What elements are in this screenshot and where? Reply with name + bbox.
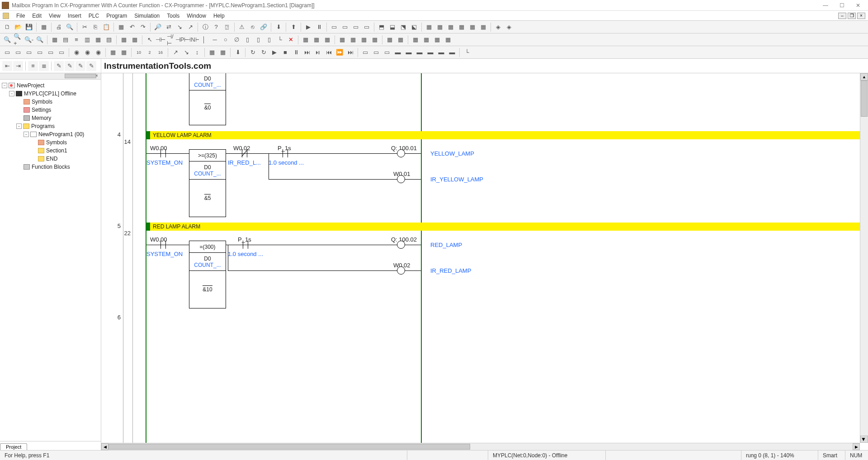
vscroll-thumb[interactable] bbox=[861, 81, 868, 117]
menu-insert[interactable]: Insert bbox=[64, 12, 85, 20]
view2-icon[interactable]: ▤ bbox=[61, 35, 71, 45]
view4-icon[interactable]: ▥ bbox=[82, 35, 92, 45]
trans3-icon[interactable]: ⬔ bbox=[398, 22, 408, 32]
end-icon[interactable]: ⏭ bbox=[345, 47, 355, 57]
chip1-icon[interactable]: ▦ bbox=[207, 47, 217, 57]
align2-icon[interactable]: ≣ bbox=[39, 61, 49, 71]
mdi-close[interactable]: × bbox=[857, 13, 865, 19]
zoom-in-icon[interactable]: 🔍+ bbox=[13, 35, 23, 45]
tree-section1[interactable]: Section1 bbox=[0, 147, 101, 155]
align1-icon[interactable]: ≡ bbox=[28, 61, 38, 71]
tree-project[interactable]: −NewProject bbox=[0, 81, 101, 90]
rung5-o1-coil[interactable] bbox=[397, 241, 405, 249]
rung5-c2[interactable] bbox=[240, 241, 251, 249]
context-help-icon[interactable]: ⍰ bbox=[222, 22, 232, 32]
al8-icon[interactable]: ▬ bbox=[436, 47, 446, 57]
rung5-block[interactable]: =(300) D0 COUNT_... &10 bbox=[189, 241, 226, 308]
grid2-icon[interactable]: ▦ bbox=[130, 35, 140, 45]
coil-neg-icon[interactable]: ∅ bbox=[231, 35, 241, 45]
next-icon[interactable]: ↗ bbox=[185, 22, 195, 32]
al9-icon[interactable]: ▬ bbox=[447, 47, 457, 57]
pause-icon[interactable]: ⏸ bbox=[314, 22, 324, 32]
vline-icon[interactable]: │ bbox=[199, 35, 209, 45]
n10-icon[interactable]: 10 bbox=[134, 47, 144, 57]
func3-icon[interactable]: ▯ bbox=[264, 35, 274, 45]
misc4-icon[interactable]: ▦ bbox=[337, 35, 347, 45]
al6-icon[interactable]: ▬ bbox=[415, 47, 425, 57]
diagram-body[interactable]: 4 14 5 22 6 D0 COUNT_... &0 bbox=[101, 73, 868, 450]
struct2-icon[interactable]: ▦ bbox=[396, 35, 406, 45]
table5-icon[interactable]: ▦ bbox=[467, 22, 477, 32]
tree-np-symbols[interactable]: Symbols bbox=[0, 138, 101, 147]
mdi-restore[interactable]: ❐ bbox=[848, 13, 856, 19]
struct5-icon[interactable]: ▦ bbox=[432, 35, 442, 45]
rung5-title[interactable]: RED LAMP ALARM bbox=[146, 223, 860, 231]
tbl2-icon[interactable]: ▦ bbox=[119, 47, 129, 57]
scroll-down-icon[interactable]: ▼ bbox=[860, 436, 868, 443]
scroll-right-icon[interactable]: ▶ bbox=[853, 443, 860, 450]
copy-icon[interactable]: ⎘ bbox=[90, 22, 100, 32]
play-icon[interactable]: ▶ bbox=[269, 47, 279, 57]
project-tree[interactable]: −NewProject −MYPLC[CP1L] Offline Symbols… bbox=[0, 80, 101, 441]
indent-icon[interactable]: ⇥ bbox=[13, 61, 23, 71]
stepi-icon[interactable]: ⏮ bbox=[324, 47, 334, 57]
undo-icon[interactable]: ↶ bbox=[127, 22, 137, 32]
win4-icon[interactable]: ▭ bbox=[35, 47, 45, 57]
rung4-block[interactable]: >=(325) D0 COUNT_... &5 bbox=[189, 149, 226, 217]
delete-icon[interactable]: ▦ bbox=[116, 22, 126, 32]
rung4-c3[interactable] bbox=[280, 149, 291, 157]
rung4-title[interactable]: YELLOW LAMP ALARM bbox=[146, 131, 860, 139]
pointer-icon[interactable]: ↖ bbox=[145, 35, 155, 45]
preview-icon[interactable]: 🔍 bbox=[65, 22, 75, 32]
n16-icon[interactable]: 16 bbox=[156, 47, 165, 57]
maximize-button[interactable]: ☐ bbox=[834, 1, 850, 10]
mdi-minimize[interactable]: – bbox=[838, 13, 846, 19]
menu-simulation[interactable]: Simulation bbox=[131, 12, 163, 20]
ff-icon[interactable]: ⏩ bbox=[335, 47, 344, 57]
del-line-icon[interactable]: ✕ bbox=[286, 35, 296, 45]
table2-icon[interactable]: ▦ bbox=[435, 22, 445, 32]
mark2-icon[interactable]: ✎ bbox=[65, 61, 75, 71]
contact-no-icon[interactable]: ⊣⊢ bbox=[156, 35, 165, 45]
al3-icon[interactable]: ▭ bbox=[382, 47, 392, 57]
sim2-icon[interactable]: ◉ bbox=[82, 47, 92, 57]
chip2-icon[interactable]: ▦ bbox=[218, 47, 228, 57]
ladder-canvas[interactable]: 4 14 5 22 6 D0 COUNT_... &0 bbox=[101, 73, 860, 443]
al10-icon[interactable]: └ bbox=[462, 47, 472, 57]
tree-plc[interactable]: −MYPLC[CP1L] Offline bbox=[0, 90, 101, 98]
view3-icon[interactable]: ≡ bbox=[71, 35, 81, 45]
scroll-left-icon[interactable]: ◀ bbox=[101, 443, 108, 450]
misc1-icon[interactable]: ▦ bbox=[301, 35, 311, 45]
rung5-c1[interactable] bbox=[158, 241, 169, 249]
close-button[interactable]: ✕ bbox=[850, 1, 866, 10]
n2-icon[interactable]: 2 bbox=[145, 47, 155, 57]
al1-icon[interactable]: ▭ bbox=[360, 47, 370, 57]
hscroll-thumb[interactable] bbox=[108, 444, 470, 450]
win2-icon[interactable]: ▭ bbox=[13, 47, 23, 57]
sim3-icon[interactable]: ◉ bbox=[93, 47, 103, 57]
connect-icon[interactable]: 🔗 bbox=[259, 22, 269, 32]
monitor1-icon[interactable]: ▭ bbox=[329, 22, 339, 32]
download-icon[interactable]: ⬇ bbox=[274, 22, 283, 32]
stepo-icon[interactable]: ⏯ bbox=[313, 47, 323, 57]
print-icon[interactable]: 🖨 bbox=[54, 22, 64, 32]
misc3-icon[interactable]: ▦ bbox=[322, 35, 332, 45]
rung5-o2-coil[interactable] bbox=[397, 266, 405, 275]
struct4-icon[interactable]: ▦ bbox=[421, 35, 431, 45]
misc6-icon[interactable]: ▦ bbox=[359, 35, 369, 45]
coil-icon[interactable]: ○ bbox=[221, 35, 231, 45]
zoom-fit-icon[interactable]: 🔍 bbox=[2, 35, 12, 45]
monitor2-icon[interactable]: ▭ bbox=[340, 22, 350, 32]
struct3-icon[interactable]: ▦ bbox=[410, 35, 420, 45]
rung4-o2-coil[interactable] bbox=[397, 175, 405, 183]
ref-icon[interactable]: ↻ bbox=[248, 47, 258, 57]
minimize-button[interactable]: — bbox=[817, 1, 834, 10]
save-icon[interactable]: 💾 bbox=[24, 22, 34, 32]
net-icon[interactable]: ◈ bbox=[493, 22, 503, 32]
sim1-icon[interactable]: ◉ bbox=[71, 47, 81, 57]
net2-icon[interactable]: ◈ bbox=[504, 22, 514, 32]
monitor3-icon[interactable]: ▭ bbox=[351, 22, 361, 32]
hline-icon[interactable]: ─ bbox=[210, 35, 220, 45]
horizontal-scrollbar[interactable]: ◀ ▶ bbox=[101, 443, 860, 450]
pause2-icon[interactable]: ⏸ bbox=[291, 47, 301, 57]
